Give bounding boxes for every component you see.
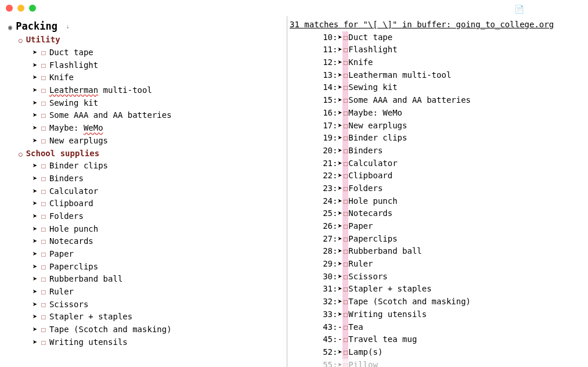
checkbox-icon[interactable]: ☐ xyxy=(41,287,45,296)
checkbox-icon[interactable]: ☐ xyxy=(41,274,45,283)
occur-line[interactable]: 12:➤ ☐ Knife xyxy=(287,56,588,69)
checkbox-icon[interactable]: ☐ xyxy=(41,98,45,107)
occur-line[interactable]: 21:➤ ☐ Calculator xyxy=(287,157,588,170)
checkbox-icon[interactable]: ☐ xyxy=(41,325,45,334)
checkbox-icon[interactable]: ☐ xyxy=(41,199,45,208)
line-number: 25 xyxy=(287,207,333,220)
list-item[interactable]: ➤☐Binder clips xyxy=(0,160,287,172)
occur-text: Paper xyxy=(348,220,373,233)
list-item[interactable]: ➤☐Notecards xyxy=(0,235,287,248)
occur-line[interactable]: 31:➤ ☐ Stapler + staples xyxy=(287,283,588,296)
arrow-icon: ➤ xyxy=(33,262,37,271)
checkbox-icon[interactable]: ☐ xyxy=(41,161,45,170)
occur-line[interactable]: 14:➤ ☐ Sewing kit xyxy=(287,81,588,94)
list-item-text: Maybe: WeMo xyxy=(49,123,103,132)
heading-2[interactable]: ○Utility xyxy=(0,34,287,46)
list-item[interactable]: ➤☐Ruler xyxy=(0,286,287,298)
checkbox-icon[interactable]: ☐ xyxy=(41,174,45,183)
arrow-icon: ➤ xyxy=(33,337,37,347)
occur-buffer[interactable]: 31 matches for "\[ \]" in buffer: going_… xyxy=(287,16,588,367)
occur-line[interactable]: 19:➤ ☐ Binder clips xyxy=(287,132,588,145)
list-item[interactable]: ➤☐Maybe: WeMo xyxy=(0,122,287,135)
occur-line[interactable]: 43:- ☐ Tea xyxy=(287,321,588,334)
minimize-button[interactable] xyxy=(17,5,24,12)
occur-line[interactable]: 16:➤ ☐ Maybe: WeMo xyxy=(287,107,588,120)
arrow-icon: ➤ xyxy=(33,60,37,70)
match-highlight: ☐ xyxy=(342,346,348,359)
checkbox-icon[interactable]: ☐ xyxy=(41,300,45,309)
arrow-icon: ➤ xyxy=(337,195,342,208)
list-item[interactable]: ➤☐Binders xyxy=(0,172,287,185)
checkbox-icon[interactable]: ☐ xyxy=(41,186,45,196)
checkbox-icon[interactable]: ☐ xyxy=(41,262,45,271)
occur-line[interactable]: 11:➤ ☐ Flashlight xyxy=(287,44,588,56)
occur-line[interactable]: 25:➤ ☐ Notecards xyxy=(287,207,588,220)
occur-line[interactable]: 27:➤ ☐ Paperclips xyxy=(287,233,588,246)
occur-line[interactable]: 15:➤ ☐ Some AAA and AA batteries xyxy=(287,94,588,107)
match-highlight: ☐ xyxy=(342,207,348,220)
list-item[interactable]: ➤☐Tape (Scotch and masking) xyxy=(0,323,287,336)
list-item[interactable]: ➤☐Folders xyxy=(0,210,287,223)
heading-1[interactable]: ◉Packing ⇣ xyxy=(0,19,287,34)
list-item[interactable]: ➤☐Writing utensils xyxy=(0,336,287,349)
occur-line[interactable]: 52:➤ ☐ Lamp(s) xyxy=(287,346,588,359)
list-item[interactable]: ➤☐Calculator xyxy=(0,185,287,198)
occur-line[interactable]: 13:➤ ☐ Leatherman multi-tool xyxy=(287,69,588,82)
occur-line[interactable]: 30:➤ ☐ Scissors xyxy=(287,271,588,283)
checkbox-icon[interactable]: ☐ xyxy=(41,312,45,321)
org-buffer[interactable]: ◉Packing ⇣ ○Utility➤☐Duct tape➤☐Flashlig… xyxy=(0,16,287,367)
checkbox-icon[interactable]: ☐ xyxy=(41,60,45,70)
checkbox-icon[interactable]: ☐ xyxy=(41,224,45,233)
list-item[interactable]: ➤☐Scissors xyxy=(0,298,287,311)
checkbox-icon[interactable]: ☐ xyxy=(41,123,45,132)
occur-line[interactable]: 22:➤ ☐ Clipboard xyxy=(287,170,588,182)
occur-line[interactable]: 55:➤ ☐ Pillow xyxy=(287,359,588,367)
checkbox-icon[interactable]: ☐ xyxy=(41,85,45,95)
heading-2[interactable]: ○School supplies xyxy=(0,147,287,160)
list-item[interactable]: ➤☐Sewing kit xyxy=(0,97,287,110)
occur-line[interactable]: 32:➤ ☐ Tape (Scotch and masking) xyxy=(287,296,588,308)
list-item[interactable]: ➤☐Flashlight xyxy=(0,59,287,72)
line-number: 52 xyxy=(287,346,333,359)
checkbox-icon[interactable]: ☐ xyxy=(41,211,45,221)
list-item[interactable]: ➤☐Some AAA and AA batteries xyxy=(0,109,287,122)
occur-line[interactable]: 45:- ☐ Travel tea mug xyxy=(287,333,588,346)
separator: : xyxy=(333,145,337,157)
list-item[interactable]: ➤☐Leatherman multi-tool xyxy=(0,84,287,97)
line-number: 28 xyxy=(287,245,333,258)
occur-line[interactable]: 26:➤ ☐ Paper xyxy=(287,220,588,233)
maximize-button[interactable] xyxy=(29,5,36,12)
match-highlight: ☐ xyxy=(342,107,348,120)
occur-line[interactable]: 17:➤ ☐ New earplugs xyxy=(287,120,588,132)
checkbox-icon[interactable]: ☐ xyxy=(41,337,45,347)
list-item[interactable]: ➤☐Rubberband ball xyxy=(0,273,287,286)
checkbox-icon[interactable]: ☐ xyxy=(41,48,45,57)
list-item[interactable]: ➤☐Paperclips xyxy=(0,261,287,274)
occur-line[interactable]: 23:➤ ☐ Folders xyxy=(287,182,588,195)
document-icon: 📄 xyxy=(514,3,524,16)
occur-line[interactable]: 29:➤ ☐ Ruler xyxy=(287,258,588,271)
occur-line[interactable]: 24:➤ ☐ Hole punch xyxy=(287,195,588,208)
arrow-icon: ➤ xyxy=(337,132,342,145)
list-item[interactable]: ➤☐New earplugs xyxy=(0,135,287,147)
checkbox-icon[interactable]: ☐ xyxy=(41,136,45,145)
list-item[interactable]: ➤☐Clipboard xyxy=(0,197,287,210)
occur-line[interactable]: 10:➤ ☐ Duct tape xyxy=(287,31,588,44)
list-item[interactable]: ➤☐Duct tape xyxy=(0,46,287,59)
checkbox-icon[interactable]: ☐ xyxy=(41,73,45,82)
arrow-icon: ➤ xyxy=(337,359,342,367)
close-button[interactable] xyxy=(6,5,13,12)
list-item[interactable]: ➤☐Knife xyxy=(0,71,287,84)
checkbox-icon[interactable]: ☐ xyxy=(41,110,45,120)
list-item[interactable]: ➤☐Hole punch xyxy=(0,223,287,236)
occur-line[interactable]: 33:➤ ☐ Writing utensils xyxy=(287,308,588,321)
occur-text: Travel tea mug xyxy=(348,333,417,346)
occur-line[interactable]: 20:➤ ☐ Binders xyxy=(287,145,588,157)
list-item[interactable]: ➤☐Paper xyxy=(0,248,287,261)
bullet-open-icon: ○ xyxy=(19,150,23,158)
checkbox-icon[interactable]: ☐ xyxy=(41,236,45,246)
checkbox-icon[interactable]: ☐ xyxy=(41,249,45,258)
arrow-icon: ➤ xyxy=(33,186,37,196)
occur-line[interactable]: 28:➤ ☐ Rubberband ball xyxy=(287,245,588,258)
list-item[interactable]: ➤☐Stapler + staples xyxy=(0,311,287,323)
